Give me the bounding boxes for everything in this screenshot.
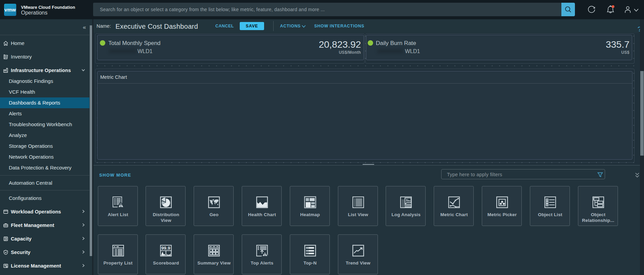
svg-text:99.9: 99.9 [162, 246, 170, 251]
